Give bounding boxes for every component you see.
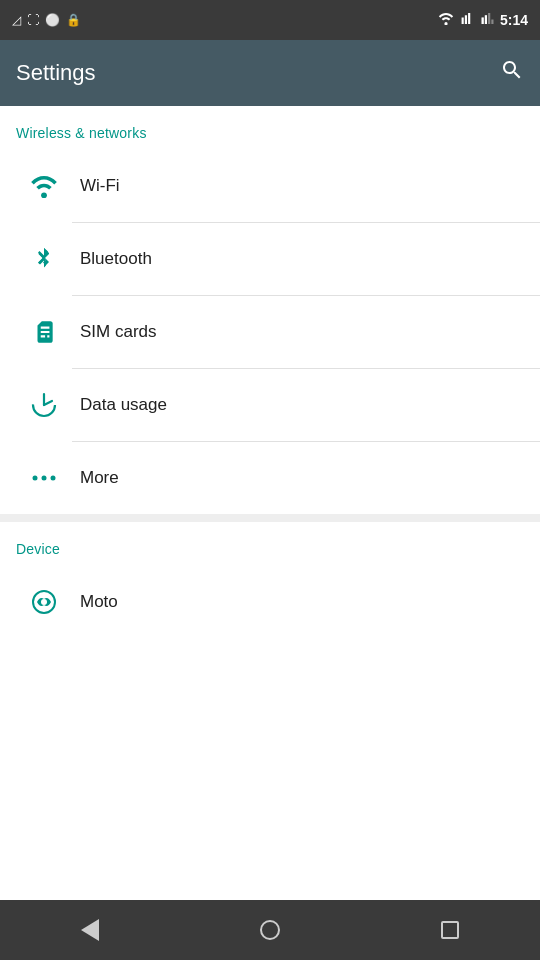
settings-item-more[interactable]: More <box>0 442 540 514</box>
settings-item-sim[interactable]: SIM cards <box>0 296 540 368</box>
status-icon-signal <box>460 12 474 28</box>
recents-button[interactable] <box>410 900 490 960</box>
settings-content: Wireless & networks Wi-Fi Bluetooth <box>0 106 540 638</box>
home-button[interactable] <box>230 900 310 960</box>
wifi-label: Wi-Fi <box>72 176 524 196</box>
more-icon <box>16 464 72 492</box>
svg-point-1 <box>41 192 47 198</box>
section-header-device: Device <box>0 522 540 566</box>
status-icon-photo: ⛶ <box>27 13 39 27</box>
back-button[interactable] <box>50 900 130 960</box>
nav-bar <box>0 900 540 960</box>
home-icon <box>260 920 280 940</box>
settings-item-wifi[interactable]: Wi-Fi <box>0 150 540 222</box>
status-icon-signal2 <box>480 12 494 28</box>
status-icon-wifi <box>438 12 454 28</box>
toolbar: Settings <box>0 40 540 106</box>
back-icon <box>81 919 99 941</box>
wifi-icon <box>16 174 72 198</box>
settings-item-moto[interactable]: Moto <box>0 566 540 638</box>
page-title: Settings <box>16 60 96 86</box>
bluetooth-label: Bluetooth <box>72 249 524 269</box>
section-title-wireless: Wireless & networks <box>16 125 147 141</box>
recents-icon <box>441 921 459 939</box>
svg-point-11 <box>41 599 47 605</box>
bluetooth-icon <box>16 245 72 273</box>
svg-point-7 <box>33 476 38 481</box>
svg-point-0 <box>444 22 447 25</box>
status-bar-left: ◿ ⛶ ⚪ 🔒 <box>12 13 81 27</box>
section-header-wireless: Wireless & networks <box>0 106 540 150</box>
status-bar: ◿ ⛶ ⚪ 🔒 5:14 <box>0 0 540 40</box>
status-icon-msg: ◿ <box>12 13 21 27</box>
svg-point-8 <box>42 476 47 481</box>
section-title-device: Device <box>16 541 60 557</box>
more-label: More <box>72 468 524 488</box>
data-usage-icon <box>16 391 72 419</box>
section-divider <box>0 514 540 522</box>
status-icon-globe: ⚪ <box>45 13 60 27</box>
search-icon[interactable] <box>500 58 524 88</box>
status-icon-lock: 🔒 <box>66 13 81 27</box>
settings-item-bluetooth[interactable]: Bluetooth <box>0 223 540 295</box>
sim-icon <box>16 319 72 345</box>
data-usage-label: Data usage <box>72 395 524 415</box>
status-bar-right: 5:14 <box>438 12 528 28</box>
moto-label: Moto <box>72 592 524 612</box>
svg-point-9 <box>51 476 56 481</box>
settings-item-data-usage[interactable]: Data usage <box>0 369 540 441</box>
status-time: 5:14 <box>500 12 528 28</box>
sim-label: SIM cards <box>72 322 524 342</box>
moto-icon <box>16 588 72 616</box>
